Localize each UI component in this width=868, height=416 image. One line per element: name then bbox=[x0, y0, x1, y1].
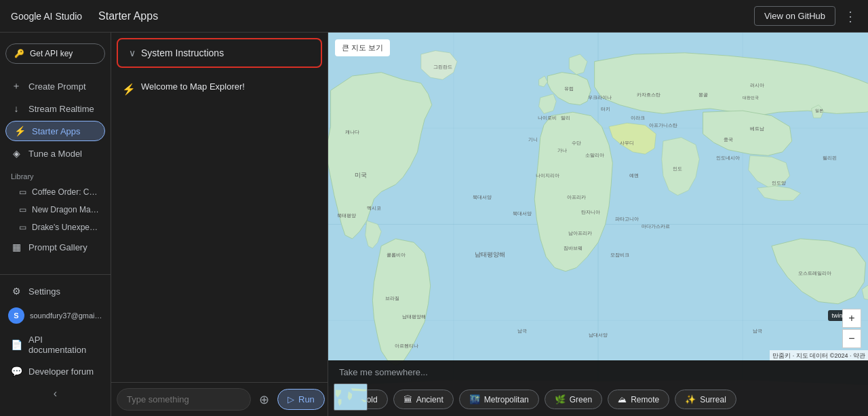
ancient-icon: 🏛 bbox=[403, 394, 412, 404]
get-api-key-button[interactable]: 🔑 Get API key bbox=[5, 43, 105, 64]
svg-text:남아프리카: 남아프리카 bbox=[568, 230, 592, 236]
chip-ancient[interactable]: 🏛 Ancient bbox=[393, 390, 454, 409]
chip-green[interactable]: 🌿 Green bbox=[545, 390, 602, 409]
stream-icon: ↓ bbox=[11, 103, 22, 114]
sidebar-item-stream-realtime[interactable]: ↓ Stream Realtime bbox=[0, 98, 105, 119]
svg-text:남대서양: 남대서양 bbox=[589, 332, 608, 338]
center-panel: ∨ System Instructions ⚡ Welcome to Map E… bbox=[111, 33, 328, 416]
svg-text:짐바브웨: 짐바브웨 bbox=[564, 245, 583, 251]
library-item-text: Drake's Unexpected R... bbox=[32, 223, 100, 232]
zoom-in-button[interactable]: + bbox=[842, 309, 861, 328]
svg-text:터키: 터키 bbox=[601, 106, 610, 112]
message-input[interactable] bbox=[117, 388, 251, 411]
welcome-section: ⚡ Welcome to Map Explorer! bbox=[111, 73, 328, 236]
collapse-icon: ‹ bbox=[54, 387, 57, 400]
library-item-text: Coffee Order: Confir... bbox=[32, 187, 100, 197]
svg-text:오스트레일리아: 오스트레일리아 bbox=[798, 270, 831, 276]
add-content-button[interactable]: ⊕ bbox=[256, 390, 272, 410]
chip-label: Ancient bbox=[416, 395, 443, 404]
menu-icon[interactable]: ⋮ bbox=[844, 8, 857, 24]
topbar: Google AI Studio Starter Apps View on Gi… bbox=[0, 0, 868, 33]
svg-text:남극: 남극 bbox=[517, 328, 527, 334]
svg-text:남극: 남극 bbox=[753, 328, 762, 334]
chip-label: Remote bbox=[631, 395, 659, 404]
sidebar-item-api-docs[interactable]: 📄 API documentation bbox=[0, 329, 105, 360]
sidebar-nav: ＋ Create Prompt ↓ Stream Realtime ⚡ Star… bbox=[0, 69, 111, 274]
gallery-icon: ▦ bbox=[11, 242, 22, 252]
svg-text:이라크: 이라크 bbox=[631, 115, 645, 121]
chip-metropolitan[interactable]: 🌃 Metropolitan bbox=[459, 390, 539, 409]
svg-text:유럽: 유럽 bbox=[564, 86, 574, 92]
sidebar-item-label: Developer forum bbox=[28, 366, 94, 377]
sidebar-item-label: Stream Realtime bbox=[28, 104, 94, 114]
metropolitan-icon: 🌃 bbox=[469, 394, 480, 404]
library-item-coffee[interactable]: ▭ Coffee Order: Confir... bbox=[0, 183, 111, 201]
svg-text:아르헨티나: 아르헨티나 bbox=[395, 343, 418, 349]
sidebar-top: 🔑 Get API key bbox=[0, 38, 111, 69]
library-item-drakes[interactable]: ▭ Drake's Unexpected R... bbox=[0, 219, 111, 236]
collapse-sidebar-button[interactable]: ‹ bbox=[0, 382, 111, 405]
chip-surreal[interactable]: ✨ Surreal bbox=[675, 390, 736, 409]
svg-text:인도: 인도 bbox=[673, 166, 682, 172]
bolt-icon: ⚡ bbox=[122, 83, 136, 96]
page-title: Starter Apps bbox=[98, 10, 754, 22]
map-overlay: Take me somewhere... bbox=[328, 360, 868, 416]
big-map-button[interactable]: 큰 지도 보기 bbox=[335, 39, 390, 56]
svg-text:가나: 가나 bbox=[557, 147, 567, 153]
sidebar-item-tune-model[interactable]: ◈ Tune a Model bbox=[0, 143, 105, 164]
chip-remote[interactable]: ⛰ Remote bbox=[608, 390, 669, 409]
sidebar-item-label: API documentation bbox=[28, 335, 94, 355]
input-bar: ⊕ ▷ Run bbox=[111, 382, 328, 416]
view-github-button[interactable]: View on GitHub bbox=[754, 6, 835, 26]
svg-text:베트남: 베트남 bbox=[750, 126, 764, 132]
doc-icon: ▭ bbox=[19, 187, 26, 197]
svg-text:남태평양해: 남태평양해 bbox=[475, 251, 505, 258]
zoom-out-button[interactable]: − bbox=[842, 329, 861, 348]
svg-text:나이지리아: 나이지리아 bbox=[536, 172, 559, 178]
user-profile[interactable]: S soundfury37@gmail.com bbox=[0, 302, 111, 329]
svg-text:콜롬비아: 콜롬비아 bbox=[387, 252, 406, 258]
map-container[interactable]: 미국 브라질 러시아 중국 인도 아프리카 유럽 오스트레일리아 그린란드 캐나… bbox=[328, 33, 868, 416]
svg-text:북대서양: 북대서양 bbox=[513, 210, 532, 216]
library-item-text: New Dragon Master A... bbox=[32, 205, 100, 214]
svg-text:수단: 수단 bbox=[572, 140, 581, 146]
create-prompt-icon: ＋ bbox=[11, 80, 22, 92]
svg-text:미국: 미국 bbox=[355, 172, 367, 178]
svg-text:남태평양해: 남태평양해 bbox=[402, 314, 426, 320]
sidebar-item-label: Create Prompt bbox=[28, 81, 86, 92]
sidebar-item-settings[interactable]: ⚙ Settings bbox=[0, 280, 105, 302]
get-api-key-label: Get API key bbox=[30, 49, 73, 58]
system-instructions-section[interactable]: ∨ System Instructions bbox=[117, 38, 322, 68]
svg-text:인도양: 인도양 bbox=[772, 180, 786, 186]
svg-text:북대서양: 북대서양 bbox=[473, 194, 492, 200]
library-label: Library bbox=[0, 164, 111, 183]
svg-text:마다가스카르: 마다가스카르 bbox=[642, 223, 670, 229]
svg-text:인도네시아: 인도네시아 bbox=[716, 155, 740, 161]
sidebar-item-developer-forum[interactable]: 💬 Developer forum bbox=[0, 360, 105, 382]
chip-label: Surreal bbox=[700, 395, 726, 404]
svg-text:파타고니아: 파타고니아 bbox=[615, 216, 639, 222]
map-thumbnail bbox=[334, 384, 368, 411]
svg-text:아프리카: 아프리카 bbox=[567, 194, 586, 200]
sidebar-item-prompt-gallery[interactable]: ▦ Prompt Gallery bbox=[0, 236, 105, 258]
svg-text:나이로비: 나이로비 bbox=[538, 115, 557, 121]
sidebar-item-create-prompt[interactable]: ＋ Create Prompt bbox=[0, 75, 105, 98]
sidebar-item-label: Prompt Gallery bbox=[28, 242, 87, 252]
run-icon: ▷ bbox=[288, 394, 294, 404]
svg-text:필리핀: 필리핀 bbox=[823, 155, 837, 161]
svg-text:몽골: 몽골 bbox=[698, 92, 708, 98]
prompt-bar: Take me somewhere... bbox=[328, 360, 868, 384]
library-item-dragon[interactable]: ▭ New Dragon Master A... bbox=[0, 201, 111, 219]
run-button[interactable]: ▷ Run bbox=[277, 389, 325, 410]
svg-text:중국: 중국 bbox=[724, 136, 733, 143]
svg-text:러시아: 러시아 bbox=[750, 82, 764, 88]
settings-icon: ⚙ bbox=[11, 286, 22, 297]
sidebar-bottom: ⚙ Settings S soundfury37@gmail.com 📄 API… bbox=[0, 274, 111, 411]
system-instructions-title: System Instructions bbox=[141, 48, 224, 58]
sidebar-item-starter-apps[interactable]: ⚡ Starter Apps bbox=[5, 121, 105, 141]
svg-text:소말리아: 소말리아 bbox=[585, 152, 604, 158]
prompt-text: Take me somewhere... bbox=[339, 367, 428, 377]
thumbnail-map bbox=[334, 384, 368, 411]
chevron-down-icon: ∨ bbox=[129, 48, 136, 58]
svg-text:카자흐스탄: 카자흐스탄 bbox=[637, 92, 660, 98]
